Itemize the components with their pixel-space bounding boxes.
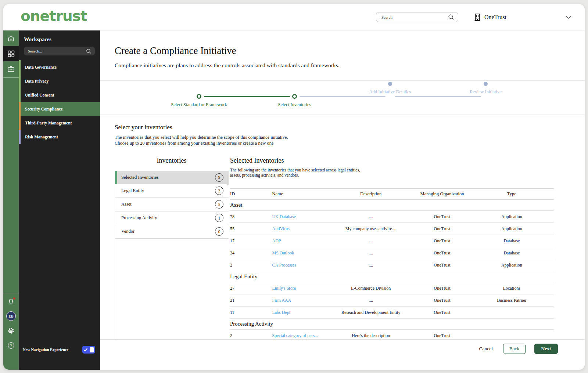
briefcase-icon bbox=[7, 66, 15, 72]
inventory-filter-legal-entity[interactable]: Legal Entity3 bbox=[115, 184, 229, 198]
cell-name: CA Processes bbox=[272, 262, 327, 268]
workspace-item-label: Risk Management bbox=[25, 135, 58, 139]
workspace-item-data-privacy[interactable]: Data Privacy bbox=[19, 74, 100, 88]
home-icon bbox=[7, 35, 15, 42]
home-button[interactable] bbox=[3, 30, 19, 46]
workspaces-title: Workspaces bbox=[19, 30, 100, 47]
column-header-id: ID bbox=[230, 191, 272, 197]
workspace-item-third-party-management[interactable]: Third-Party Management bbox=[19, 116, 100, 130]
step-circle-icon bbox=[197, 94, 201, 99]
inventory-link-adp[interactable]: ADP bbox=[272, 238, 281, 243]
cell-description: My company uses antivire.... bbox=[327, 226, 415, 232]
main-content: Create a Compliance Initiative Complianc… bbox=[100, 30, 585, 370]
page-title: Create a Compliance Initiative bbox=[115, 45, 585, 57]
cell-description: .... bbox=[327, 214, 415, 220]
step-select-inventories[interactable]: Select Inventories bbox=[247, 81, 343, 108]
rail-divider bbox=[3, 77, 19, 78]
cell-id: 27 bbox=[230, 286, 272, 291]
selected-inventories-description: The following are the inventories that y… bbox=[230, 167, 554, 178]
group-label: Asset bbox=[230, 202, 242, 208]
next-button[interactable]: Next bbox=[534, 344, 558, 354]
cell-managing-organization: OneTrust bbox=[415, 310, 470, 315]
inventory-link-ca-processes[interactable]: CA Processes bbox=[272, 262, 297, 268]
workspaces-button[interactable] bbox=[3, 46, 19, 61]
notifications-button[interactable] bbox=[3, 294, 19, 309]
cell-description: Reseach and Development Entity bbox=[327, 310, 415, 315]
inventory-link-uk-database[interactable]: UK Database bbox=[272, 214, 296, 219]
inventory-link-special-category-of-pers[interactable]: Special category of pers... bbox=[272, 333, 318, 338]
settings-button[interactable] bbox=[3, 323, 19, 338]
cell-id: 78 bbox=[230, 214, 272, 220]
cell-name: AntiVirus bbox=[272, 226, 327, 232]
org-selector[interactable]: OneTrust bbox=[474, 13, 571, 21]
page-header: Create a Compliance Initiative Complianc… bbox=[100, 30, 585, 81]
projects-button[interactable] bbox=[3, 61, 19, 77]
table-row: 24MS Outlook....OneTrustDatabase bbox=[230, 247, 554, 259]
workspace-item-label: Data Governance bbox=[25, 65, 57, 69]
workspace-list: Data GovernanceData PrivacyUnified Conse… bbox=[19, 60, 100, 144]
apps-grid-icon bbox=[8, 50, 15, 57]
table-group-header-legal-entity: Legal Entity bbox=[230, 271, 554, 282]
cancel-button[interactable]: Cancel bbox=[478, 344, 494, 354]
inventory-link-ms-outlook[interactable]: MS Outlook bbox=[272, 250, 294, 256]
help-button[interactable]: ? bbox=[3, 338, 19, 353]
global-search[interactable] bbox=[376, 12, 458, 22]
inventory-link-antivirus[interactable]: AntiVirus bbox=[272, 226, 290, 231]
inventory-filter-processing-activity[interactable]: Processing Activity1 bbox=[115, 211, 229, 225]
scrollbar-thumb[interactable] bbox=[227, 174, 229, 185]
cell-description: .... bbox=[327, 250, 415, 256]
table-group-header-asset: Asset bbox=[230, 200, 554, 211]
onetrust-logo: onetrust bbox=[21, 9, 87, 25]
inventories-title: Inventories bbox=[115, 157, 229, 164]
step-review-initiative[interactable]: Review Initiative bbox=[438, 81, 534, 95]
inventory-filter-list: Selected Inventories9Legal Entity3Asset5… bbox=[115, 171, 229, 340]
user-menu-button[interactable]: EB bbox=[3, 309, 19, 323]
selected-inventories-column: Selected Inventories The following are t… bbox=[230, 157, 554, 340]
inventory-link-firm-aaa[interactable]: Firm AAA bbox=[272, 298, 291, 303]
cell-managing-organization: OneTrust bbox=[415, 250, 470, 256]
workspace-item-label: Unified Consent bbox=[25, 93, 54, 97]
inventory-link-labs-dept[interactable]: Labs Dept bbox=[272, 310, 291, 315]
workspaces-search-input[interactable] bbox=[28, 49, 86, 53]
inventory-link-emily-s-store[interactable]: Emily's Store bbox=[272, 286, 296, 291]
cell-managing-organization: OneTrust bbox=[415, 286, 470, 291]
step-label: Review Initiative bbox=[438, 89, 534, 95]
cell-id: 24 bbox=[230, 250, 272, 256]
step-add-initiative-detailes[interactable]: Add Initiative Detailes bbox=[343, 81, 438, 95]
step-label: Select Inventories bbox=[247, 102, 343, 108]
workspace-item-data-governance[interactable]: Data Governance bbox=[19, 60, 100, 74]
count-badge: 5 bbox=[215, 200, 223, 209]
inventory-filter-selected-inventories[interactable]: Selected Inventories9 bbox=[115, 171, 229, 184]
table-row: 55AntiVirusMy company uses antivire....O… bbox=[230, 223, 554, 235]
cell-managing-organization: OneTrust bbox=[415, 214, 470, 220]
step-dot-icon bbox=[484, 82, 488, 86]
workspace-item-label: Security Compliance bbox=[25, 107, 63, 111]
app-window: onetrust OneTrust bbox=[3, 4, 585, 370]
workspace-item-security-compliance[interactable]: Security Compliance bbox=[19, 102, 100, 116]
cell-description: .... bbox=[327, 262, 415, 268]
table-group-header-processing-activity: Processing Activity bbox=[230, 319, 554, 330]
new-navigation-toggle[interactable] bbox=[82, 346, 95, 354]
cell-id: 2 bbox=[230, 262, 272, 268]
workspace-item-risk-management[interactable]: Risk Management bbox=[19, 130, 100, 144]
workspaces-search[interactable] bbox=[24, 47, 95, 55]
new-navigation-row: New Navigation Experience bbox=[19, 346, 100, 354]
step-dot-icon bbox=[388, 82, 392, 86]
page-subtitle: Compliance initiatives are plans to addr… bbox=[115, 62, 585, 69]
selected-indicator-bar bbox=[115, 171, 117, 184]
back-button[interactable]: Back bbox=[503, 344, 526, 354]
table-row: 2Special category of pers...Here's the d… bbox=[230, 330, 554, 339]
inventory-filter-vendor[interactable]: Vendor0 bbox=[115, 225, 229, 239]
chevron-down-icon[interactable] bbox=[566, 15, 571, 19]
global-search-input[interactable] bbox=[381, 15, 448, 19]
check-icon bbox=[83, 348, 87, 352]
table-header-row: IDNameDescriptionManaging OrganizationTy… bbox=[230, 188, 554, 200]
workspace-item-unified-consent[interactable]: Unified Consent bbox=[19, 88, 100, 102]
inventory-filter-asset[interactable]: Asset5 bbox=[115, 198, 229, 211]
table-row: 78UK Database....OneTrustApplication bbox=[230, 211, 554, 223]
cell-managing-organization: OneTrust bbox=[415, 333, 470, 338]
new-navigation-label: New Navigation Experience bbox=[23, 348, 68, 352]
cell-name: MS Outlook bbox=[272, 250, 327, 256]
step-select-standard-or-framework[interactable]: Select Standard or Framework bbox=[151, 81, 247, 108]
column-header-type: Type bbox=[470, 191, 554, 197]
